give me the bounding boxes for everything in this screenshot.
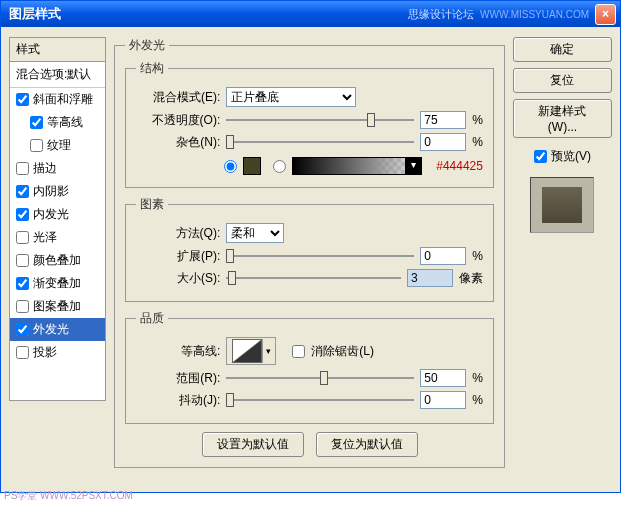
styles-panel: 样式 混合选项:默认斜面和浮雕等高线纹理描边内阴影内发光光泽颜色叠加渐变叠加图案… xyxy=(9,37,106,484)
reset-default-button[interactable]: 复位为默认值 xyxy=(316,432,418,457)
spread-input[interactable] xyxy=(420,247,466,265)
style-checkbox[interactable] xyxy=(16,162,29,175)
style-item-1[interactable]: 等高线 xyxy=(10,111,105,134)
noise-slider[interactable] xyxy=(226,133,414,151)
reset-button[interactable]: 复位 xyxy=(513,68,612,93)
style-checkbox[interactable] xyxy=(16,254,29,267)
style-label: 图案叠加 xyxy=(33,298,81,315)
blend-mode-select[interactable]: 正片叠底 xyxy=(226,87,356,107)
gradient-radio[interactable] xyxy=(273,160,286,173)
style-checkbox[interactable] xyxy=(16,346,29,359)
style-label: 描边 xyxy=(33,160,57,177)
style-checkbox[interactable] xyxy=(16,300,29,313)
style-checkbox[interactable] xyxy=(30,139,43,152)
range-input[interactable] xyxy=(420,369,466,387)
quality-group: 品质 等高线: ▾ 消除锯齿(L) 范围(R): xyxy=(125,310,494,424)
style-checkbox[interactable] xyxy=(30,116,43,129)
antialias-checkbox[interactable] xyxy=(292,345,305,358)
opacity-slider[interactable] xyxy=(226,111,414,129)
style-checkbox[interactable] xyxy=(16,323,29,336)
noise-unit: % xyxy=(472,135,483,149)
style-item-4[interactable]: 内阴影 xyxy=(10,180,105,203)
color-swatch[interactable] xyxy=(243,157,261,175)
preview-thumbnail xyxy=(542,187,582,223)
style-label: 斜面和浮雕 xyxy=(33,91,93,108)
new-style-button[interactable]: 新建样式(W)... xyxy=(513,99,612,138)
noise-label: 杂色(N): xyxy=(136,134,220,151)
range-slider[interactable] xyxy=(226,369,414,387)
spread-slider[interactable] xyxy=(226,247,414,265)
style-item-10[interactable]: 外发光 xyxy=(10,318,105,341)
style-label: 内发光 xyxy=(33,206,69,223)
method-label: 方法(Q): xyxy=(136,225,220,242)
style-item-5[interactable]: 内发光 xyxy=(10,203,105,226)
method-select[interactable]: 柔和 xyxy=(226,223,284,243)
gradient-dropdown-icon[interactable]: ▾ xyxy=(405,158,421,174)
structure-legend: 结构 xyxy=(136,60,168,77)
set-default-button[interactable]: 设置为默认值 xyxy=(202,432,304,457)
range-unit: % xyxy=(472,371,483,385)
size-unit: 像素 xyxy=(459,270,483,287)
elements-group: 图素 方法(Q): 柔和 扩展(P): % 大小(S): xyxy=(125,196,494,302)
quality-legend: 品质 xyxy=(136,310,168,327)
style-checkbox[interactable] xyxy=(16,277,29,290)
style-item-3[interactable]: 描边 xyxy=(10,157,105,180)
opacity-label: 不透明度(O): xyxy=(136,112,220,129)
style-item-2[interactable]: 纹理 xyxy=(10,134,105,157)
chevron-down-icon[interactable]: ▾ xyxy=(262,339,274,363)
style-item-7[interactable]: 颜色叠加 xyxy=(10,249,105,272)
jitter-slider[interactable] xyxy=(226,391,414,409)
style-checkbox[interactable] xyxy=(16,208,29,221)
opacity-input[interactable] xyxy=(420,111,466,129)
structure-group: 结构 混合模式(E): 正片叠底 不透明度(O): % 杂色(N): xyxy=(125,60,494,188)
jitter-unit: % xyxy=(472,393,483,407)
size-slider[interactable] xyxy=(226,269,401,287)
layer-style-dialog: 图层样式 思缘设计论坛 WWW.MISSYUAN.COM × 样式 混合选项:默… xyxy=(0,0,621,493)
style-item-11[interactable]: 投影 xyxy=(10,341,105,364)
contour-picker[interactable]: ▾ xyxy=(226,337,276,365)
preview-label: 预览(V) xyxy=(551,148,591,165)
blend-options-row[interactable]: 混合选项:默认 xyxy=(10,62,105,88)
blend-mode-label: 混合模式(E): xyxy=(136,89,220,106)
jitter-label: 抖动(J): xyxy=(136,392,220,409)
action-panel: 确定 复位 新建样式(W)... 预览(V) xyxy=(513,37,612,484)
close-button[interactable]: × xyxy=(595,4,616,25)
style-checkbox[interactable] xyxy=(16,185,29,198)
style-item-0[interactable]: 斜面和浮雕 xyxy=(10,88,105,111)
group-title: 外发光 xyxy=(125,37,169,54)
preview-checkbox[interactable] xyxy=(534,150,547,163)
spread-label: 扩展(P): xyxy=(136,248,220,265)
gradient-swatch[interactable]: ▾ xyxy=(292,157,422,175)
opacity-unit: % xyxy=(472,113,483,127)
ok-button[interactable]: 确定 xyxy=(513,37,612,62)
forum-label: 思缘设计论坛 xyxy=(408,7,474,22)
style-checkbox[interactable] xyxy=(16,93,29,106)
style-item-6[interactable]: 光泽 xyxy=(10,226,105,249)
style-label: 内阴影 xyxy=(33,183,69,200)
contour-swatch xyxy=(232,339,262,363)
style-item-8[interactable]: 渐变叠加 xyxy=(10,272,105,295)
style-label: 外发光 xyxy=(33,321,69,338)
styles-list: 混合选项:默认斜面和浮雕等高线纹理描边内阴影内发光光泽颜色叠加渐变叠加图案叠加外… xyxy=(9,61,106,401)
spread-unit: % xyxy=(472,249,483,263)
outer-glow-group: 外发光 结构 混合模式(E): 正片叠底 不透明度(O): % 杂色(N): xyxy=(114,37,505,468)
range-label: 范围(R): xyxy=(136,370,220,387)
style-label: 颜色叠加 xyxy=(33,252,81,269)
style-checkbox[interactable] xyxy=(16,231,29,244)
window-title: 图层样式 xyxy=(5,5,61,23)
size-input[interactable] xyxy=(407,269,453,287)
contour-label: 等高线: xyxy=(136,343,220,360)
antialias-label: 消除锯齿(L) xyxy=(311,343,374,360)
settings-panel: 外发光 结构 混合模式(E): 正片叠底 不透明度(O): % 杂色(N): xyxy=(114,37,505,484)
forum-url: WWW.MISSYUAN.COM xyxy=(480,9,589,20)
color-radio[interactable] xyxy=(224,160,237,173)
jitter-input[interactable] xyxy=(420,391,466,409)
titlebar[interactable]: 图层样式 思缘设计论坛 WWW.MISSYUAN.COM × xyxy=(1,1,620,27)
size-label: 大小(S): xyxy=(136,270,220,287)
style-item-9[interactable]: 图案叠加 xyxy=(10,295,105,318)
noise-input[interactable] xyxy=(420,133,466,151)
style-label: 渐变叠加 xyxy=(33,275,81,292)
watermark: PS学堂 WWW.52PSXT.COM xyxy=(4,489,133,503)
style-label: 等高线 xyxy=(47,114,83,131)
style-label: 纹理 xyxy=(47,137,71,154)
